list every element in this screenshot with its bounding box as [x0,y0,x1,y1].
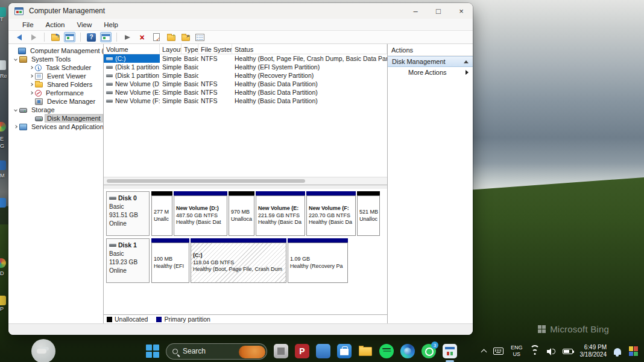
recycle-bin-icon[interactable] [0,60,6,70]
toolbar: ↰ ? × ↑ ⌕ [8,30,473,44]
desktop-icon-partial[interactable] [0,160,6,170]
microsoft-logo-icon [538,325,546,333]
help-button[interactable]: ? [86,32,97,42]
language-indicator[interactable]: ENG US [511,345,523,358]
chevron-right-icon[interactable] [12,125,19,128]
close-button[interactable]: × [450,3,473,19]
partition-disk0-unallocated-3[interactable]: 521 MBUnalloc [357,191,380,236]
partition-disk0-unallocated-2[interactable]: 970 MBUnalloca [229,191,254,236]
titlebar[interactable]: Computer Management – □ × [8,3,473,19]
column-layout[interactable]: Layout [160,44,182,54]
find-button[interactable]: ⌕ [180,32,191,42]
tree-item-shared-folders[interactable]: Shared Folders [8,80,103,89]
volume-row-d[interactable]: New Volume (D:) Simple Basic NTFS Health… [104,80,387,88]
volume-icon[interactable] [547,348,555,355]
tree-item-device-manager[interactable]: Device Manager [8,97,103,106]
battery-icon[interactable] [563,349,573,354]
tree-item-storage[interactable]: Storage [8,106,103,114]
menu-action[interactable]: Action [40,21,71,29]
collapse-icon[interactable] [464,60,469,63]
weather-widget-icon[interactable] [31,339,55,362]
maximize-button[interactable]: □ [427,3,450,19]
desktop: T Re E G M D P Microsoft Bing Computer M… [0,0,644,362]
volume-row-f[interactable]: New Volume (F:) Simple Basic NTFS Health… [104,97,387,105]
chevron-right-icon[interactable] [28,75,35,77]
scrollbar-thumb[interactable] [107,179,305,183]
touch-keyboard-icon[interactable] [493,348,504,355]
tree-item-disk-management[interactable]: Disk Management [8,114,103,122]
chevron-down-icon[interactable] [12,109,19,111]
legend-primary-partition: Primary partition [156,316,210,323]
details-view-button[interactable] [194,32,206,42]
wifi-icon[interactable] [530,348,540,355]
volume-row-disk1-partition4[interactable]: (Disk 1 partition 4) Simple Basic Health… [104,71,387,80]
attach-vhd-button[interactable] [122,32,133,42]
desktop-icon-partial[interactable] [0,7,6,17]
search-box[interactable]: Search [166,343,267,360]
partition-new-volume-f[interactable]: New Volume (F:220.70 GB NTFSHealthy (Bas… [306,191,356,236]
partition-c-selected[interactable]: (C:)118.04 GB NTFSHealthy (Boot, Page Fi… [191,238,286,283]
menu-file[interactable]: File [17,21,39,29]
bing-watermark: Microsoft Bing [538,324,609,334]
show-console-tree-button[interactable] [64,32,75,42]
taskbar-app-p[interactable]: P [295,344,309,358]
horizontal-scrollbar[interactable] [104,177,387,185]
clock[interactable]: 6:49 PM 3/18/2024 [580,344,607,359]
chevron-right-icon[interactable] [28,66,35,69]
partition-efi-system[interactable]: 100 MBHealthy (EFI [151,238,189,283]
show-action-pane-button[interactable] [100,32,112,42]
volume-row-e[interactable]: New Volume (E:) Simple Basic NTFS Health… [104,88,387,97]
whatsapp-icon[interactable]: 3 [421,344,436,358]
file-explorer-icon[interactable] [358,344,373,358]
spotify-icon[interactable] [379,344,394,358]
chevron-right-icon[interactable] [28,92,35,94]
forward-button[interactable] [28,32,39,42]
volume-icon [106,66,113,69]
forward-icon [31,34,36,40]
start-button[interactable] [146,345,159,358]
volume-row-disk1-partition1[interactable]: (Disk 1 partition 1) Simple Basic Health… [104,63,387,71]
properties-button[interactable] [151,32,162,42]
back-button[interactable] [13,32,25,42]
column-file-system[interactable]: File System [198,44,232,54]
tree-item-computer-management[interactable]: Computer Management (Local) [8,46,103,55]
microsoft-store-icon[interactable] [337,344,352,358]
partition-new-volume-e[interactable]: New Volume (E:221.59 GB NTFSHealthy (Bas… [256,191,305,236]
corner-widget-icon[interactable] [628,346,639,357]
rescan-folder-icon: ↑ [167,35,175,41]
up-one-level-button[interactable]: ↰ [49,32,61,42]
tray-overflow-chevron-icon[interactable] [481,349,487,355]
taskbar-app-blue[interactable] [316,344,330,358]
partition-new-volume-d[interactable]: New Volume (D:)487.50 GB NTFSHealthy (Ba… [174,191,227,236]
tree-item-event-viewer[interactable]: Event Viewer [8,72,103,80]
chevron-down-icon[interactable] [12,58,19,60]
actions-disk-management-group[interactable]: Disk Management [388,56,473,67]
disk-0-label[interactable]: Disk 0 Basic 931.51 GB Online [106,191,150,236]
column-type[interactable]: Type [182,44,198,54]
tree-item-task-scheduler[interactable]: Task Scheduler [8,63,103,72]
disk-1-label[interactable]: Disk 1 Basic 119.23 GB Online [106,238,150,283]
chevron-right-icon[interactable] [28,83,35,86]
more-actions-item[interactable]: More Actions [388,67,473,78]
menu-help[interactable]: Help [98,21,124,29]
tree-item-system-tools[interactable]: System Tools [8,55,103,63]
volume-row-c[interactable]: (C:) Simple Basic NTFS Healthy (Boot, Pa… [104,54,387,63]
column-volume[interactable]: Volume [104,44,160,54]
tree-item-performance[interactable]: Performance [8,89,103,97]
computer-management-taskbar-icon[interactable] [443,344,457,358]
delete-button[interactable]: × [136,32,148,42]
menu-view[interactable]: View [72,21,98,29]
desktop-icon-partial[interactable] [0,198,6,208]
taskbar-app-gray[interactable] [274,344,288,358]
minimize-button[interactable]: – [404,3,427,19]
tree-item-services-and-applications[interactable]: Services and Applications [8,122,103,131]
edge-icon[interactable] [400,344,415,358]
partition-recovery[interactable]: 1.09 GBHealthy (Recovery Pa [288,238,348,283]
search-highlight-image [239,346,265,358]
notification-bell-icon[interactable] [614,348,621,355]
desktop-icon-partial[interactable] [0,296,6,305]
partition-disk0-unallocated-1[interactable]: 277 MUnallc [151,191,172,236]
window-title: Computer Management [29,7,105,15]
rescan-button[interactable]: ↑ [165,32,177,42]
column-status[interactable]: Status [232,44,387,54]
